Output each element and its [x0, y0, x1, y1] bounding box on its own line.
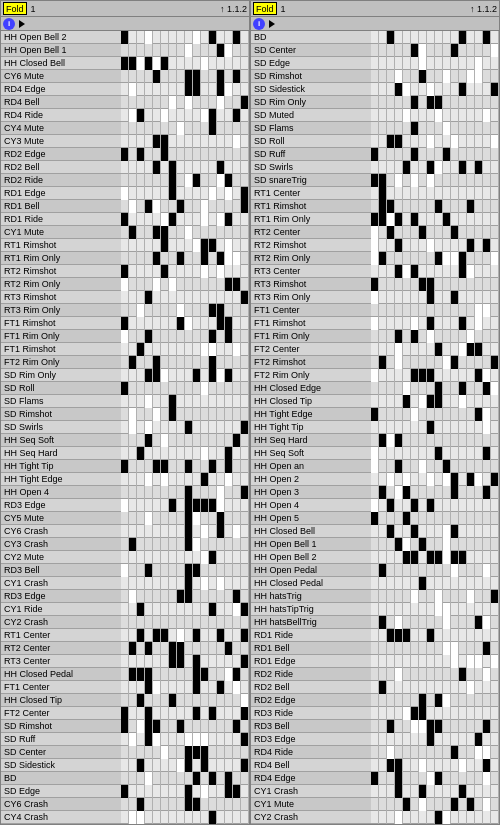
cell-6[interactable]: [169, 161, 177, 174]
cell-1[interactable]: [379, 135, 387, 148]
cell-14[interactable]: [233, 707, 241, 720]
cell-8[interactable]: [435, 733, 443, 746]
cell-2[interactable]: [137, 434, 145, 447]
cell-9[interactable]: [193, 239, 201, 252]
cell-6[interactable]: [419, 512, 427, 525]
cell-15[interactable]: [491, 746, 499, 759]
cell-14[interactable]: [233, 83, 241, 96]
pattern-row-0[interactable]: [371, 31, 499, 44]
cell-4[interactable]: [403, 746, 411, 759]
cell-15[interactable]: [241, 343, 249, 356]
cell-9[interactable]: [443, 525, 451, 538]
cell-6[interactable]: [169, 239, 177, 252]
cell-10[interactable]: [201, 681, 209, 694]
cell-15[interactable]: [241, 707, 249, 720]
cell-6[interactable]: [419, 148, 427, 161]
cell-4[interactable]: [153, 655, 161, 668]
cell-12[interactable]: [217, 759, 225, 772]
cell-6[interactable]: [169, 473, 177, 486]
cell-15[interactable]: [491, 512, 499, 525]
cell-4[interactable]: [403, 668, 411, 681]
cell-1[interactable]: [129, 252, 137, 265]
cell-14[interactable]: [233, 525, 241, 538]
cell-13[interactable]: [475, 304, 483, 317]
cell-8[interactable]: [435, 44, 443, 57]
cell-11[interactable]: [209, 44, 217, 57]
cell-15[interactable]: [491, 304, 499, 317]
cell-4[interactable]: [153, 447, 161, 460]
cell-0[interactable]: [371, 239, 379, 252]
cell-3[interactable]: [145, 70, 153, 83]
cell-15[interactable]: [491, 382, 499, 395]
cell-9[interactable]: [443, 31, 451, 44]
cell-0[interactable]: [121, 252, 129, 265]
cell-15[interactable]: [241, 746, 249, 759]
cell-10[interactable]: [201, 122, 209, 135]
cell-7[interactable]: [177, 408, 185, 421]
cell-13[interactable]: [225, 811, 233, 824]
cell-2[interactable]: [387, 252, 395, 265]
cell-9[interactable]: [193, 447, 201, 460]
cell-12[interactable]: [467, 421, 475, 434]
cell-3[interactable]: [145, 356, 153, 369]
cell-13[interactable]: [225, 382, 233, 395]
cell-3[interactable]: [395, 135, 403, 148]
cell-2[interactable]: [387, 83, 395, 96]
cell-1[interactable]: [129, 499, 137, 512]
cell-9[interactable]: [193, 642, 201, 655]
cell-3[interactable]: [145, 577, 153, 590]
cell-14[interactable]: [483, 122, 491, 135]
cell-14[interactable]: [483, 733, 491, 746]
cell-4[interactable]: [403, 213, 411, 226]
cell-3[interactable]: [145, 772, 153, 785]
cell-7[interactable]: [177, 174, 185, 187]
cell-6[interactable]: [169, 447, 177, 460]
cell-3[interactable]: [145, 746, 153, 759]
cell-6[interactable]: [169, 226, 177, 239]
pattern-row-7[interactable]: [121, 122, 249, 135]
cell-10[interactable]: [451, 291, 459, 304]
cell-3[interactable]: [395, 746, 403, 759]
cell-3[interactable]: [145, 291, 153, 304]
cell-15[interactable]: [241, 577, 249, 590]
cell-9[interactable]: [193, 122, 201, 135]
cell-12[interactable]: [217, 525, 225, 538]
cell-5[interactable]: [161, 200, 169, 213]
cell-5[interactable]: [161, 356, 169, 369]
cell-13[interactable]: [225, 356, 233, 369]
cell-4[interactable]: [403, 200, 411, 213]
cell-0[interactable]: [371, 200, 379, 213]
cell-12[interactable]: [467, 720, 475, 733]
cell-15[interactable]: [241, 70, 249, 83]
cell-11[interactable]: [209, 343, 217, 356]
cell-1[interactable]: [379, 382, 387, 395]
cell-4[interactable]: [403, 564, 411, 577]
cell-12[interactable]: [217, 473, 225, 486]
cell-8[interactable]: [185, 603, 193, 616]
cell-9[interactable]: [193, 330, 201, 343]
cell-6[interactable]: [419, 733, 427, 746]
cell-0[interactable]: [371, 187, 379, 200]
cell-5[interactable]: [161, 252, 169, 265]
cell-5[interactable]: [161, 135, 169, 148]
cell-7[interactable]: [177, 642, 185, 655]
cell-6[interactable]: [419, 187, 427, 200]
pattern-row-27[interactable]: [121, 382, 249, 395]
cell-10[interactable]: [201, 70, 209, 83]
cell-12[interactable]: [217, 57, 225, 70]
pattern-row-10[interactable]: [371, 161, 499, 174]
cell-8[interactable]: [435, 772, 443, 785]
cell-3[interactable]: [145, 434, 153, 447]
cell-6[interactable]: [169, 421, 177, 434]
pattern-row-42[interactable]: [371, 577, 499, 590]
cell-10[interactable]: [451, 174, 459, 187]
cell-7[interactable]: [177, 395, 185, 408]
pattern-row-45[interactable]: [121, 616, 249, 629]
cell-5[interactable]: [411, 551, 419, 564]
cell-8[interactable]: [185, 616, 193, 629]
cell-7[interactable]: [427, 57, 435, 70]
cell-7[interactable]: [427, 369, 435, 382]
cell-11[interactable]: [459, 772, 467, 785]
pattern-row-9[interactable]: [121, 148, 249, 161]
cell-15[interactable]: [241, 668, 249, 681]
